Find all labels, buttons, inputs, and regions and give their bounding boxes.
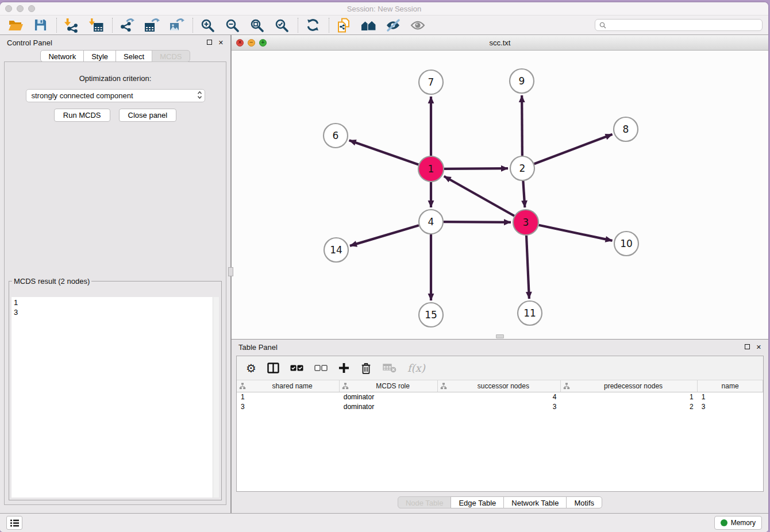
import-network-button[interactable]: [61, 17, 81, 33]
graph-node-label-10: 10: [620, 238, 633, 249]
table-cell: 1: [237, 392, 340, 402]
show-eye-button[interactable]: [408, 17, 428, 33]
graph-edge-2-9[interactable]: [522, 95, 522, 156]
main-toolbar: [0, 16, 768, 35]
zoom-selected-icon: [275, 18, 288, 32]
save-session-button[interactable]: [30, 17, 50, 33]
table-row[interactable]: 3dominator323: [237, 402, 763, 411]
function-builder-icon: f(x): [407, 361, 425, 375]
graph-edge-3-10[interactable]: [539, 225, 613, 241]
export-image-button[interactable]: [167, 17, 186, 33]
close-panel-button[interactable]: Close panel: [119, 109, 177, 122]
tab-mcds[interactable]: MCDS: [152, 50, 190, 62]
add-column-icon[interactable]: [338, 361, 349, 375]
import-network-icon: [64, 18, 79, 33]
search-input[interactable]: [609, 21, 758, 29]
node-table-body: 1dominator4113dominator323: [237, 392, 763, 411]
tab-style[interactable]: Style: [83, 50, 116, 62]
control-panel-tabs: NetworkStyleSelectMCDS: [0, 50, 230, 62]
zoom-in-button[interactable]: [198, 17, 217, 33]
column-header-MCDS-role[interactable]: MCDS role: [340, 380, 438, 392]
select-all-icon[interactable]: [290, 361, 303, 375]
result-scrollbar[interactable]: [213, 297, 219, 498]
task-history-button[interactable]: [6, 516, 22, 530]
run-mcds-button[interactable]: Run MCDS: [54, 109, 110, 122]
import-table-button[interactable]: [86, 17, 106, 33]
column-header-shared-name[interactable]: shared name: [237, 380, 340, 392]
network-canvas[interactable]: 7968124314101511: [232, 51, 768, 339]
copy-network-icon: [336, 18, 351, 33]
save-session-icon: [34, 18, 47, 32]
network-minimize-icon[interactable]: −: [248, 39, 255, 47]
table-panel: Table Panel ✕ ⚙: [232, 340, 768, 513]
tab-network[interactable]: Network: [40, 50, 84, 62]
graph-edge-2-8[interactable]: [534, 134, 613, 164]
column-header-name[interactable]: name: [698, 380, 763, 392]
toolbar-separator: [192, 18, 193, 33]
export-table-button[interactable]: [142, 17, 161, 33]
right-area: × − + scc.txt 7968124314101511 Table Pan…: [232, 35, 768, 513]
hierarchy-icon: [342, 383, 349, 390]
tab-node-table[interactable]: Node Table: [398, 496, 452, 508]
hide-eye-button[interactable]: [383, 17, 403, 33]
export-image-icon: [169, 18, 184, 33]
export-network-button[interactable]: [117, 17, 137, 33]
copy-network-button[interactable]: [334, 17, 353, 33]
network-title: scc.txt: [232, 38, 768, 47]
zoom-in-icon: [201, 18, 214, 32]
import-table-icon: [88, 18, 103, 33]
close-panel-icon[interactable]: ✕: [218, 40, 224, 46]
graph-edge-2-3[interactable]: [523, 181, 525, 207]
table-panel-header: Table Panel ✕: [232, 340, 768, 354]
open-session-button[interactable]: [6, 17, 25, 33]
tab-network-table[interactable]: Network Table: [503, 496, 567, 508]
mcds-result-list: 13: [11, 297, 213, 498]
column-header-predecessor-nodes[interactable]: predecessor nodes: [560, 380, 697, 392]
close-table-panel-icon[interactable]: ✕: [756, 344, 761, 350]
graph-edge-1-6[interactable]: [349, 140, 419, 164]
float-panel-icon[interactable]: [207, 40, 212, 46]
memory-status-icon: [721, 519, 727, 526]
tab-select[interactable]: Select: [116, 50, 152, 62]
graph-edge-4-14[interactable]: [350, 225, 419, 246]
zoom-selected-button[interactable]: [272, 17, 291, 33]
network-maximize-icon[interactable]: +: [259, 39, 267, 47]
zoom-out-button[interactable]: [222, 17, 242, 33]
table-row[interactable]: 1dominator411: [237, 392, 763, 402]
float-table-panel-icon[interactable]: [745, 344, 750, 350]
column-header-successor-nodes[interactable]: successor nodes: [437, 380, 560, 392]
select-stepper-icon: [197, 91, 202, 101]
canvas-splitter-handle[interactable]: [496, 334, 504, 338]
network-close-icon[interactable]: ×: [236, 39, 244, 47]
graph-node-label-4: 4: [428, 216, 434, 228]
criterion-select[interactable]: strongly connected component: [26, 89, 205, 102]
node-table-header-row: shared nameMCDS rolesuccessor nodesprede…: [237, 380, 763, 392]
table-cell: dominator: [340, 402, 438, 411]
houses-button[interactable]: [359, 17, 378, 33]
deselect-all-icon[interactable]: [314, 361, 328, 375]
tab-motifs[interactable]: Motifs: [566, 496, 602, 508]
search-field[interactable]: [595, 19, 763, 31]
graph-edge-1-2[interactable]: [444, 168, 508, 169]
zoom-fit-button[interactable]: [247, 17, 267, 33]
table-panel-title: Table Panel: [238, 343, 278, 352]
table-cell: 3: [698, 402, 763, 411]
tab-edge-table[interactable]: Edge Table: [451, 496, 504, 508]
network-window-titlebar: × − + scc.txt: [232, 35, 768, 51]
panel-splitter-handle[interactable]: [228, 267, 233, 276]
graph-edge-3-11[interactable]: [526, 236, 529, 299]
delete-icon[interactable]: [360, 361, 372, 375]
table-toolbar: ⚙: [237, 356, 763, 380]
network-graph: 7968124314101511: [232, 51, 768, 339]
task-list-icon: [10, 519, 19, 527]
graph-edge-3-1[interactable]: [444, 176, 514, 216]
memory-button[interactable]: Memory: [714, 516, 762, 530]
window-title: Session: New Session: [0, 5, 768, 13]
table-empty-area: [237, 411, 763, 491]
settings-gear-icon[interactable]: ⚙: [246, 361, 256, 375]
column-layout-icon[interactable]: [267, 361, 279, 375]
graph-edge-4-3[interactable]: [444, 222, 511, 222]
refresh-button[interactable]: [303, 17, 322, 33]
search-icon: [599, 22, 606, 29]
hierarchy-icon: [239, 383, 246, 390]
